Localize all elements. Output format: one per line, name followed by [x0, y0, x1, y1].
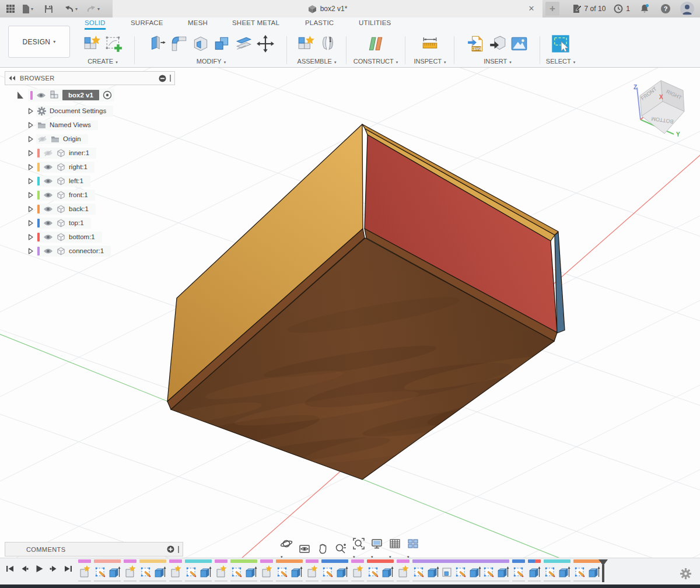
- expand-caret-icon[interactable]: [28, 248, 33, 254]
- expand-caret-icon[interactable]: [28, 122, 33, 128]
- timeline-sketch-icon[interactable]: [573, 564, 586, 579]
- job-status[interactable]: 1: [614, 4, 630, 13]
- browser-item-label[interactable]: bottom:1: [69, 233, 95, 240]
- root-label[interactable]: box2 v1: [62, 90, 99, 100]
- modify-menu[interactable]: MODIFY: [139, 58, 284, 65]
- app-grid-icon[interactable]: [5, 3, 16, 15]
- redo-icon[interactable]: [85, 4, 101, 14]
- timeline-extrude-icon[interactable]: [496, 564, 509, 579]
- joint-icon[interactable]: [318, 34, 337, 53]
- timeline-component-icon[interactable]: [169, 564, 182, 579]
- timeline-component-icon[interactable]: [124, 564, 136, 579]
- expand-caret-icon[interactable]: [28, 136, 33, 142]
- fillet-icon[interactable]: [170, 34, 188, 53]
- browser-item-inner-1[interactable]: inner:1: [5, 146, 175, 160]
- inspect-menu[interactable]: INSPECT: [408, 58, 452, 65]
- create-sketch-icon[interactable]: [104, 34, 123, 53]
- tab-solid[interactable]: SOLID: [85, 19, 106, 30]
- insert-mesh-icon[interactable]: [488, 34, 507, 53]
- save-icon[interactable]: [43, 4, 54, 15]
- timeline-extrude-icon[interactable]: [468, 564, 481, 579]
- create-menu[interactable]: CREATE: [78, 58, 127, 65]
- timeline-extrude-icon[interactable]: [290, 564, 303, 579]
- timeline-sketch-icon[interactable]: [230, 564, 243, 579]
- timeline-sketch-icon[interactable]: [139, 564, 152, 579]
- browser-item-label[interactable]: Origin: [63, 135, 81, 142]
- eye-icon[interactable]: [43, 248, 53, 254]
- timeline-component-icon[interactable]: [260, 564, 273, 579]
- tab-mesh[interactable]: MESH: [188, 19, 208, 28]
- browser-item-back-1[interactable]: back:1: [5, 202, 175, 216]
- timeline-extrude-icon[interactable]: [558, 564, 570, 579]
- expand-caret-icon[interactable]: [28, 192, 33, 198]
- eye-hidden-icon[interactable]: [37, 136, 47, 142]
- insert-canvas-icon[interactable]: [510, 34, 528, 53]
- timeline-extrude-icon[interactable]: [244, 564, 257, 579]
- expand-caret-icon[interactable]: [28, 178, 33, 184]
- browser-item-top-1[interactable]: top:1: [5, 216, 175, 230]
- close-tab-icon[interactable]: ✕: [526, 4, 537, 14]
- timeline-extrude-icon[interactable]: [199, 564, 212, 579]
- play-icon[interactable]: [34, 564, 44, 574]
- browser-item-connector-1[interactable]: connector:1: [5, 244, 175, 258]
- tab-sheet-metal[interactable]: SHEET METAL: [232, 19, 279, 28]
- timeline-sketch-icon[interactable]: [482, 564, 495, 579]
- timeline-sketch-icon[interactable]: [321, 564, 334, 579]
- box-model[interactable]: [157, 124, 566, 480]
- avatar[interactable]: [680, 2, 694, 16]
- version-status[interactable]: 7 of 10: [572, 4, 606, 13]
- timeline-extrude-icon[interactable]: [381, 564, 394, 579]
- new-tab-button[interactable]: +: [545, 2, 559, 16]
- browser-item-bottom-1[interactable]: bottom:1: [5, 230, 175, 244]
- add-comment-icon[interactable]: [167, 545, 174, 553]
- go-to-end-icon[interactable]: [63, 564, 74, 574]
- browser-item-label[interactable]: front:1: [69, 191, 88, 198]
- tab-utilities[interactable]: UTILITIES: [359, 19, 391, 28]
- browser-item-named-views[interactable]: Named Views: [5, 118, 175, 132]
- comments-scrollbar[interactable]: [178, 546, 179, 553]
- go-to-start-icon[interactable]: [5, 564, 15, 574]
- workspace-selector[interactable]: DESIGN: [8, 26, 70, 58]
- assemble-menu[interactable]: ASSEMBLE: [290, 58, 343, 65]
- expand-collapse-icon[interactable]: [16, 92, 24, 99]
- timeline-sketch-icon[interactable]: [94, 564, 107, 579]
- expand-caret-icon[interactable]: [28, 164, 33, 170]
- offset-face-icon[interactable]: [235, 34, 253, 53]
- tab-surface[interactable]: SURFACE: [131, 19, 163, 28]
- browser-item-label[interactable]: back:1: [69, 205, 89, 212]
- timeline-component-icon[interactable]: [215, 564, 228, 579]
- new-component-icon[interactable]: [83, 34, 102, 53]
- browser-item-document-settings[interactable]: Document Settings: [5, 104, 175, 118]
- shell-icon[interactable]: [191, 34, 210, 53]
- timeline-sketch-icon[interactable]: [454, 564, 467, 579]
- combine-icon[interactable]: [213, 34, 232, 53]
- expand-caret-icon[interactable]: [28, 206, 33, 212]
- timeline-sketch-icon[interactable]: [544, 564, 556, 579]
- browser-item-label[interactable]: inner:1: [69, 149, 89, 156]
- eye-icon[interactable]: [43, 206, 53, 212]
- file-menu-icon[interactable]: [20, 3, 34, 15]
- browser-item-right-1[interactable]: right:1: [5, 160, 175, 174]
- timeline-extrude-icon[interactable]: [108, 564, 121, 579]
- browser-item-label[interactable]: left:1: [69, 177, 83, 184]
- timeline-component-icon[interactable]: [78, 564, 91, 579]
- step-forward-icon[interactable]: [48, 564, 59, 574]
- eye-hidden-icon[interactable]: [43, 150, 53, 156]
- hide-panel-icon[interactable]: [159, 75, 166, 82]
- timeline-extrude-icon[interactable]: [528, 564, 541, 579]
- viewports-icon[interactable]: [407, 537, 419, 561]
- notifications-bell-icon[interactable]: [638, 2, 651, 15]
- insert-menu[interactable]: INSERT: [459, 58, 537, 65]
- browser-item-label[interactable]: Named Views: [50, 121, 91, 128]
- timeline-sketch-icon[interactable]: [412, 564, 425, 579]
- browser-item-front-1[interactable]: front:1: [5, 188, 175, 202]
- browser-item-left-1[interactable]: left:1: [5, 174, 175, 188]
- expand-caret-icon[interactable]: [28, 150, 33, 156]
- look-at-icon[interactable]: [298, 542, 311, 555]
- eye-icon[interactable]: [43, 178, 53, 184]
- browser-item-label[interactable]: right:1: [69, 163, 88, 170]
- press-pull-icon[interactable]: [148, 34, 167, 53]
- browser-item-label[interactable]: top:1: [69, 219, 84, 226]
- insert-svg-icon[interactable]: SVG: [467, 34, 485, 53]
- browser-root-item[interactable]: box2 v1: [5, 88, 175, 103]
